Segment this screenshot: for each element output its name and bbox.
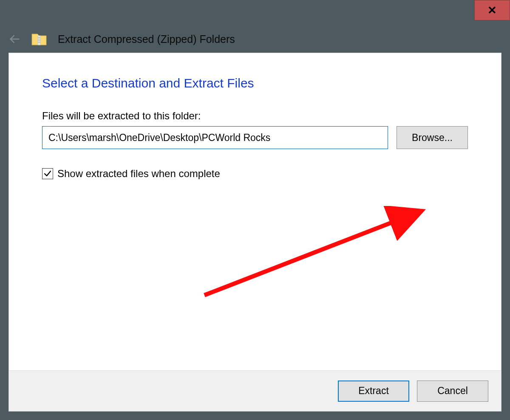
back-arrow-icon <box>8 33 20 45</box>
zipped-folder-icon <box>31 31 48 48</box>
instruction-label: Files will be extracted to this folder: <box>42 110 468 122</box>
content-inner: Select a Destination and Extract Files F… <box>42 76 468 364</box>
close-icon: ✕ <box>487 5 497 16</box>
window-chrome: ✕ Extract Compressed (Zipped) Folders Se… <box>0 0 510 420</box>
close-button[interactable]: ✕ <box>474 0 510 20</box>
titlebar: Extract Compressed (Zipped) Folders <box>8 25 502 53</box>
show-files-checkbox-label: Show extracted files when complete <box>57 168 220 180</box>
extract-button[interactable]: Extract <box>338 381 409 402</box>
window-title: Extract Compressed (Zipped) Folders <box>58 33 235 45</box>
dialog-content: Select a Destination and Extract Files F… <box>8 53 502 412</box>
svg-rect-1 <box>38 36 40 45</box>
dialog-footer: Extract Cancel <box>9 370 501 411</box>
checkmark-icon <box>43 169 52 178</box>
show-files-checkbox[interactable] <box>42 168 53 179</box>
destination-path-input[interactable] <box>42 126 388 149</box>
browse-button[interactable]: Browse... <box>397 126 468 149</box>
show-files-checkbox-row: Show extracted files when complete <box>42 168 468 180</box>
back-button[interactable] <box>8 33 20 45</box>
page-heading: Select a Destination and Extract Files <box>42 76 468 90</box>
cancel-button[interactable]: Cancel <box>417 381 488 402</box>
destination-row: Browse... <box>42 126 468 149</box>
